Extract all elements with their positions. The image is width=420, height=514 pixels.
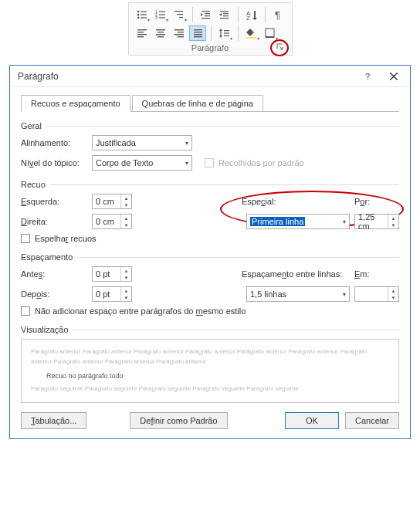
outline-label: Nível do tópico: (21, 158, 87, 167)
indent-left-label: Esquerda: (21, 197, 87, 206)
indent-left-spinner[interactable]: 0 cm ▲▼ (92, 194, 132, 209)
dialog-launcher-button[interactable] (275, 42, 286, 52)
increase-indent-icon[interactable] (216, 6, 233, 23)
outline-level-select[interactable]: Corpo de Texto▾ (92, 155, 192, 171)
svg-rect-40 (178, 36, 184, 37)
indent-by-label: Por: (354, 197, 399, 206)
svg-rect-21 (223, 13, 229, 14)
mirror-indents-checkbox[interactable]: Espelhar recuos (21, 234, 97, 243)
shading-icon[interactable]: ▾ (243, 25, 260, 42)
group-geral: Geral (21, 121, 399, 130)
svg-rect-14 (179, 17, 183, 18)
cancel-button[interactable]: Cancelar (345, 412, 399, 429)
ok-button[interactable]: OK (285, 412, 339, 429)
indent-right-spinner[interactable]: 0 cm ▲▼ (92, 214, 132, 229)
svg-rect-41 (194, 29, 202, 30)
align-center-icon[interactable] (152, 25, 169, 42)
alignment-select[interactable]: Justificada▾ (92, 135, 192, 150)
svg-point-4 (137, 17, 139, 19)
set-default-button[interactable]: Definir como Padrão (130, 412, 227, 429)
line-spacing-label: Espaçamento entre linhas: (242, 269, 350, 279)
svg-marker-24 (219, 13, 222, 16)
svg-rect-32 (137, 36, 144, 37)
line-spacing-at-label: Em: (354, 269, 399, 279)
tab-strip: Recuos e espaçamento Quebras de linha e … (21, 95, 399, 112)
svg-rect-22 (223, 15, 229, 16)
svg-marker-27 (252, 11, 257, 20)
svg-rect-9 (159, 14, 165, 15)
decrease-indent-icon[interactable] (198, 6, 215, 23)
ribbon-paragraph-group: ▾ 123 ▾ ▾ AZ ¶ (128, 2, 293, 56)
svg-point-0 (137, 11, 139, 13)
svg-rect-43 (194, 34, 202, 35)
space-after-spinner[interactable]: 0 pt ▲▼ (92, 286, 132, 302)
space-before-label: Antes: (21, 269, 87, 279)
svg-rect-49 (224, 32, 229, 33)
svg-rect-15 (202, 11, 210, 12)
svg-rect-12 (174, 11, 183, 12)
align-justify-icon[interactable] (189, 25, 206, 41)
svg-rect-50 (224, 36, 229, 36)
no-add-space-checkbox[interactable]: Não adicionar espaço entre parágrafos do… (21, 306, 246, 316)
svg-rect-35 (156, 34, 165, 35)
svg-rect-44 (194, 36, 202, 37)
svg-rect-7 (159, 11, 165, 12)
svg-text:¶: ¶ (275, 9, 280, 20)
bullets-icon[interactable]: ▾ (134, 6, 151, 23)
close-button[interactable] (381, 68, 407, 85)
svg-text:Z: Z (246, 15, 250, 20)
group-visualizacao: Visualização (21, 325, 399, 334)
svg-rect-33 (156, 29, 165, 30)
group-espacamento: Espaçamento (21, 252, 399, 262)
group-recuo: Recuo Esquerda: 0 cm ▲▼ Especial: Por: D… (21, 180, 399, 243)
collapsed-checkbox: Recolhidos por padrão (205, 158, 304, 167)
svg-rect-16 (205, 13, 210, 14)
svg-rect-46 (220, 30, 221, 36)
borders-icon[interactable]: ▾ (262, 25, 279, 42)
tab-line-breaks[interactable]: Quebras de linha e de página (132, 95, 263, 112)
svg-rect-52 (246, 37, 256, 39)
numbering-icon[interactable]: 123 ▾ (152, 6, 169, 23)
line-spacing-icon[interactable]: ▾ (216, 25, 233, 42)
preview-prev-text: Parágrafo anterior Parágrafo anterior Pa… (31, 347, 389, 367)
indent-right-label: Direita: (21, 217, 87, 226)
svg-text:3: 3 (155, 15, 158, 20)
tabs-button[interactable]: Tabulação... (21, 412, 86, 429)
svg-rect-13 (177, 14, 183, 15)
svg-rect-36 (158, 36, 164, 37)
svg-marker-51 (246, 29, 254, 36)
sort-icon[interactable]: AZ (243, 6, 260, 23)
show-marks-icon[interactable]: ¶ (270, 6, 287, 23)
svg-rect-5 (141, 17, 147, 18)
multilevel-list-icon[interactable]: ▾ (171, 6, 188, 23)
special-indent-select[interactable]: Primeira linha▾ (246, 214, 350, 229)
titlebar: Parágrafo ? (10, 66, 410, 87)
help-button[interactable]: ? (354, 68, 381, 85)
svg-rect-11 (159, 17, 165, 18)
svg-rect-3 (141, 14, 147, 15)
svg-rect-1 (141, 11, 147, 12)
preview-next-text: Parágrafo seguinte Parágrafo seguinte Pa… (31, 384, 389, 394)
alignment-label: Alinhamento: (21, 138, 87, 147)
svg-rect-20 (220, 11, 229, 12)
indent-by-spinner[interactable]: 1,25 cm ▲▼ (354, 214, 399, 229)
svg-rect-42 (194, 32, 202, 32)
svg-rect-30 (137, 32, 144, 32)
ribbon-group-label: Parágrafo (191, 43, 229, 52)
special-indent-label: Especial: (242, 197, 350, 206)
paragraph-dialog: Parágrafo ? Recuos e espaçamento Quebras… (9, 65, 411, 439)
align-left-icon[interactable] (134, 25, 151, 42)
space-before-spinner[interactable]: 0 pt ▲▼ (92, 266, 132, 282)
svg-point-2 (137, 14, 139, 16)
preview-sample-text: Recuo no parágrafo todo (46, 370, 389, 381)
tab-indents-spacing[interactable]: Recuos e espaçamento (21, 95, 130, 112)
svg-rect-34 (158, 32, 164, 32)
svg-rect-17 (205, 15, 210, 16)
svg-rect-23 (220, 18, 229, 19)
line-spacing-at-spinner[interactable]: ▲▼ (354, 286, 399, 302)
line-spacing-select[interactable]: 1,5 linhas▾ (246, 286, 350, 302)
svg-rect-37 (174, 29, 184, 30)
preview-box: Parágrafo anterior Parágrafo anterior Pa… (21, 339, 399, 403)
align-right-icon[interactable] (171, 25, 188, 42)
svg-rect-18 (202, 18, 210, 19)
